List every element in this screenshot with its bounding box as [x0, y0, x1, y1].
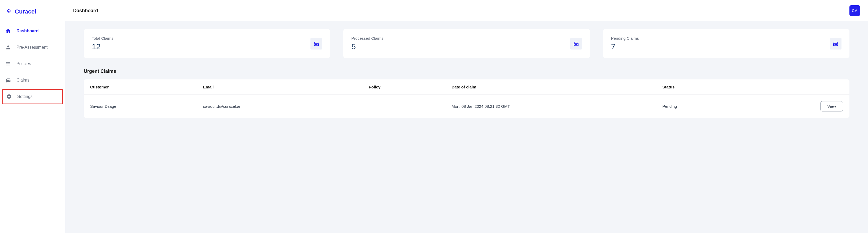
avatar[interactable]: CA [849, 5, 860, 16]
content: Total Claims 12 Processed Claims 5 [65, 21, 868, 233]
stat-card-pending-claims: Pending Claims 7 [603, 29, 849, 58]
sidebar-item-label: Policies [17, 61, 31, 66]
td-email: saviour.d@curacel.ai [203, 104, 369, 108]
person-icon [5, 44, 11, 50]
th-policy: Policy [369, 85, 452, 89]
brand-icon [5, 8, 13, 15]
sidebar-item-dashboard[interactable]: Dashboard [0, 23, 65, 39]
stat-label: Processed Claims [351, 36, 383, 40]
sidebar-item-pre-assessment[interactable]: Pre-Assessment [0, 40, 65, 55]
sidebar-item-policies[interactable]: Policies [0, 56, 65, 71]
page-title: Dashboard [73, 8, 98, 13]
car-icon [570, 38, 582, 49]
sidebar-item-label: Pre-Assessment [17, 45, 48, 50]
sidebar-nav: Dashboard Pre-Assessment Policies Claims [0, 23, 65, 104]
table-row: Saviour Dzage saviour.d@curacel.ai Mon, … [84, 95, 849, 118]
table-header: Customer Email Policy Date of claim Stat… [84, 79, 849, 95]
urgent-claims-table: Customer Email Policy Date of claim Stat… [84, 79, 849, 118]
gear-icon [6, 94, 12, 100]
brand-name: Curacel [15, 8, 36, 15]
stat-label: Total Claims [92, 36, 114, 40]
sidebar-item-claims[interactable]: Claims [0, 72, 65, 88]
th-status: Status [662, 85, 738, 89]
main-area: Dashboard CA Total Claims 12 Processed C… [65, 0, 868, 233]
sidebar: Curacel Dashboard Pre-Assessment Policie… [0, 0, 65, 233]
stats-row: Total Claims 12 Processed Claims 5 [84, 29, 849, 58]
stat-value: 7 [611, 42, 639, 51]
car-icon [310, 38, 322, 49]
brand-logo[interactable]: Curacel [0, 5, 65, 23]
stat-label: Pending Claims [611, 36, 639, 40]
sidebar-item-label: Dashboard [17, 29, 39, 33]
stat-card-total-claims: Total Claims 12 [84, 29, 330, 58]
td-status: Pending [662, 104, 738, 108]
th-email: Email [203, 85, 369, 89]
car-icon [5, 77, 11, 83]
td-date: Mon, 08 Jan 2024 08:21:32 GMT [452, 104, 662, 108]
home-icon [5, 28, 11, 34]
sidebar-item-label: Claims [17, 78, 29, 82]
stat-value: 5 [351, 42, 383, 51]
th-customer: Customer [90, 85, 203, 89]
th-action [738, 85, 843, 89]
stat-card-processed-claims: Processed Claims 5 [343, 29, 590, 58]
stat-value: 12 [92, 42, 114, 51]
th-date: Date of claim [452, 85, 662, 89]
car-icon [830, 38, 841, 49]
sidebar-item-settings[interactable]: Settings [2, 89, 63, 104]
list-icon [5, 61, 11, 67]
sidebar-item-label: Settings [17, 94, 33, 99]
topbar: Dashboard CA [65, 0, 868, 21]
view-button[interactable]: View [820, 101, 843, 111]
urgent-claims-title: Urgent Claims [84, 69, 849, 74]
td-customer: Saviour Dzage [90, 104, 203, 108]
